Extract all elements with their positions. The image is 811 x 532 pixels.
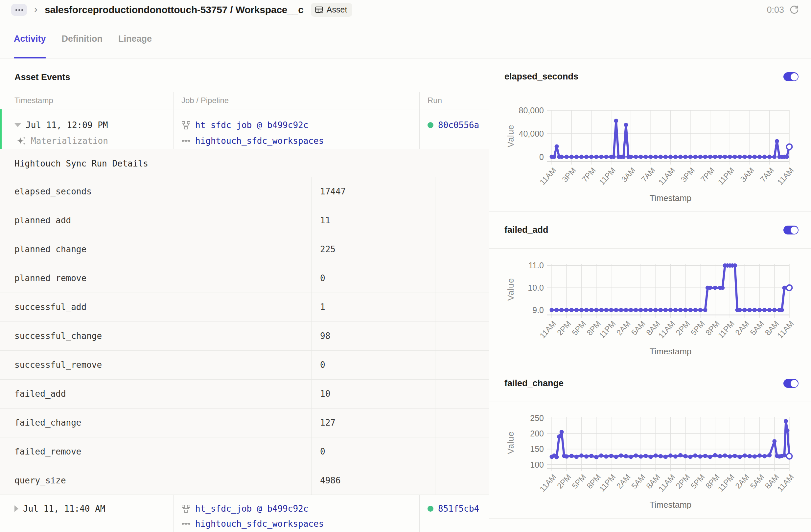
refresh-icon[interactable] <box>789 5 799 15</box>
event-job-cell: ht_sfdc_job @ b499c92c hightouch_sfdc_wo… <box>173 495 419 532</box>
asset-lineage-icon <box>181 519 190 528</box>
details-key: successful_change <box>0 322 311 350</box>
svg-text:Timestamp: Timestamp <box>650 500 692 510</box>
details-row: successful_change98 <box>0 322 489 350</box>
details-row: elapsed_seconds17447 <box>0 177 489 206</box>
details-value: 98 <box>311 322 435 350</box>
event-run-cell: 80c0556a <box>419 109 489 149</box>
svg-text:2AM: 2AM <box>615 472 632 491</box>
chart-card-failed_change: failed_change10015020025011AM2PM5PM8PM11… <box>489 365 811 518</box>
chart-card-failed_add: failed_add9.010.011.011AM2PM5PM8PM11PM2A… <box>489 212 811 365</box>
asset-link[interactable]: hightouch_sfdc_workspaces <box>195 136 324 146</box>
chart-elapsed_seconds: 040,00080,00011AM3PM7PM11PM3AM7AM11AM3PM… <box>489 95 811 212</box>
tab-activity[interactable]: Activity <box>14 20 46 58</box>
svg-text:5PM: 5PM <box>570 472 587 491</box>
run-status-dot <box>428 122 433 128</box>
details-row: failed_add10 <box>0 379 489 408</box>
svg-text:7AM: 7AM <box>758 166 776 184</box>
svg-text:100: 100 <box>530 460 544 469</box>
breadcrumb-menu-button[interactable] <box>11 4 27 16</box>
event-row-collapsed: Jul 11, 11:40 AM ht_sfdc_job @ b499c92c <box>0 495 489 532</box>
tab-activity-label: Activity <box>14 34 46 44</box>
details-value: 0 <box>311 264 435 293</box>
svg-text:0: 0 <box>539 152 544 161</box>
run-id-link[interactable]: 851f5cb4 <box>438 504 479 514</box>
asset-events-title: Asset Events <box>14 72 489 82</box>
chevron-right-icon: › <box>34 4 37 14</box>
details-key: query_size <box>0 466 311 495</box>
svg-text:Timestamp: Timestamp <box>650 346 692 356</box>
run-id-link[interactable]: 80c0556a <box>438 120 479 130</box>
svg-text:11AM: 11AM <box>538 472 558 493</box>
details-key: failed_remove <box>0 437 311 466</box>
job-graph-icon <box>181 121 190 130</box>
chart-toggle[interactable] <box>783 225 798 234</box>
job-graph-icon <box>181 504 190 513</box>
chart-title: elapsed_seconds <box>504 72 578 82</box>
svg-text:2PM: 2PM <box>555 472 573 491</box>
svg-text:11PM: 11PM <box>716 472 736 493</box>
job-link[interactable]: ht_sfdc_job @ b499c92c <box>195 504 308 514</box>
svg-text:7PM: 7PM <box>699 166 716 184</box>
details-key: planned_add <box>0 206 311 235</box>
details-row: successful_remove0 <box>0 350 489 379</box>
details-row: failed_remove0 <box>0 437 489 466</box>
job-link[interactable]: ht_sfdc_job @ b499c92c <box>195 120 308 130</box>
chart-toggle[interactable] <box>783 72 798 81</box>
breadcrumb: › salesforceproductiondonottouch-53757 /… <box>11 3 352 17</box>
svg-text:80,000: 80,000 <box>519 106 544 115</box>
svg-text:11AM: 11AM <box>657 319 677 340</box>
asset-badge: Asset <box>311 3 353 17</box>
expand-caret-icon[interactable] <box>14 505 18 512</box>
svg-text:11AM: 11AM <box>657 472 677 493</box>
svg-text:11AM: 11AM <box>776 472 796 493</box>
svg-text:Timestamp: Timestamp <box>650 193 692 203</box>
event-timestamp-cell: Jul 11, 12:09 PM Materialization <box>0 109 173 149</box>
svg-text:11PM: 11PM <box>597 166 617 187</box>
svg-text:7PM: 7PM <box>580 166 597 184</box>
details-value: 11 <box>311 206 435 235</box>
details-extra-cell <box>435 322 489 350</box>
svg-text:2AM: 2AM <box>733 319 751 337</box>
svg-text:5AM: 5AM <box>630 472 647 491</box>
details-value: 10 <box>311 380 435 408</box>
details-extra-cell <box>435 206 489 235</box>
run-status-dot <box>428 506 433 512</box>
tab-definition-label: Definition <box>62 34 103 44</box>
details-row: failed_change127 <box>0 408 489 437</box>
svg-text:3PM: 3PM <box>560 166 578 184</box>
svg-text:3PM: 3PM <box>679 166 696 184</box>
details-extra-cell <box>435 235 489 264</box>
svg-text:11AM: 11AM <box>538 319 558 340</box>
svg-text:Value: Value <box>506 431 516 454</box>
details-extra-cell <box>435 437 489 466</box>
details-extra-cell <box>435 293 489 322</box>
details-key: planned_remove <box>0 264 311 293</box>
svg-text:11.0: 11.0 <box>529 261 544 270</box>
tab-lineage-label: Lineage <box>118 34 152 44</box>
svg-text:11AM: 11AM <box>776 166 796 187</box>
details-value: 4986 <box>311 466 435 495</box>
svg-text:150: 150 <box>530 444 544 454</box>
svg-text:5AM: 5AM <box>630 319 647 337</box>
chart-toggle[interactable] <box>783 379 798 388</box>
asset-table-icon <box>315 5 323 14</box>
svg-text:9.0: 9.0 <box>532 306 544 315</box>
asset-link[interactable]: hightouch_sfdc_workspaces <box>195 519 324 529</box>
svg-text:11AM: 11AM <box>538 166 558 187</box>
svg-text:Value: Value <box>506 124 516 147</box>
tab-lineage[interactable]: Lineage <box>118 20 152 58</box>
details-extra-cell <box>435 380 489 408</box>
refresh-timer: 0:03 <box>767 5 784 15</box>
event-job-cell: ht_sfdc_job @ b499c92c hightouch_sfdc_wo… <box>173 109 419 149</box>
details-key: planned_change <box>0 235 311 264</box>
collapse-caret-icon[interactable] <box>14 123 21 127</box>
details-value: 127 <box>311 408 435 437</box>
run-details-title: Hightouch Sync Run Details <box>14 159 489 169</box>
details-extra-cell <box>435 466 489 495</box>
tab-definition[interactable]: Definition <box>62 20 103 58</box>
details-value: 0 <box>311 437 435 466</box>
svg-text:2PM: 2PM <box>555 319 573 337</box>
svg-text:11AM: 11AM <box>657 166 677 187</box>
materialization-sparkle-icon <box>16 136 26 146</box>
